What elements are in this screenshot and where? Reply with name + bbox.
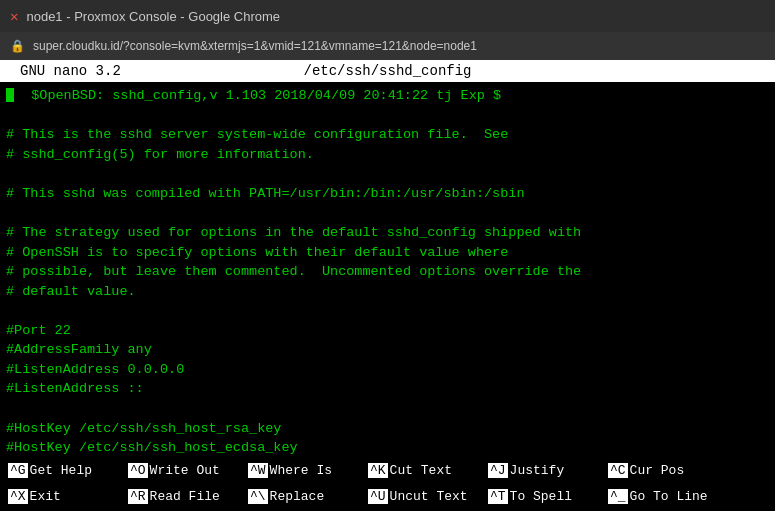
- shortcut-bar: ^G Get Help ^O Write Out ^W Where Is ^K …: [0, 455, 775, 511]
- label-read-file: Read File: [150, 489, 220, 504]
- shortcut-to-spell: ^T To Spell: [484, 489, 604, 504]
- terminal-line-blank3: [6, 203, 769, 223]
- terminal-line-8: # OpenSSH is to specify options with the…: [6, 243, 769, 263]
- key-where-is: ^W: [248, 463, 268, 478]
- label-cut-text: Cut Text: [390, 463, 452, 478]
- label-cur-pos: Cur Pos: [630, 463, 685, 478]
- terminal-line-14: #ListenAddress 0.0.0.0: [6, 360, 769, 380]
- key-cur-pos: ^C: [608, 463, 628, 478]
- shortcut-go-to-line: ^_ Go To Line: [604, 489, 724, 504]
- label-justify: Justify: [510, 463, 565, 478]
- key-replace: ^\: [248, 489, 268, 504]
- terminal-line-18: #HostKey /etc/ssh/ssh_host_ecdsa_key: [6, 438, 769, 455]
- terminal-line-blank4: [6, 301, 769, 321]
- key-get-help: ^G: [8, 463, 28, 478]
- terminal-line-10: # default value.: [6, 282, 769, 302]
- shortcut-uncut-text: ^U Uncut Text: [364, 489, 484, 504]
- key-justify: ^J: [488, 463, 508, 478]
- key-cut-text: ^K: [368, 463, 388, 478]
- label-exit: Exit: [30, 489, 61, 504]
- label-write-out: Write Out: [150, 463, 220, 478]
- label-replace: Replace: [270, 489, 325, 504]
- terminal-line-3: # sshd_config(5) for more information.: [6, 145, 769, 165]
- terminal-line-blank5: [6, 399, 769, 419]
- terminal-line-9: # possible, but leave them commented. Un…: [6, 262, 769, 282]
- key-uncut-text: ^U: [368, 489, 388, 504]
- terminal-line-17: #HostKey /etc/ssh/ssh_host_rsa_key: [6, 419, 769, 439]
- label-to-spell: To Spell: [510, 489, 572, 504]
- window-title: node1 - Proxmox Console - Google Chrome: [26, 9, 280, 24]
- shortcut-replace: ^\ Replace: [244, 489, 364, 504]
- terminal-line-13: #AddressFamily any: [6, 340, 769, 360]
- lock-icon: 🔒: [10, 39, 25, 54]
- terminal-line-blank1: [6, 106, 769, 126]
- shortcut-write-out: ^O Write Out: [124, 463, 244, 478]
- shortcut-justify: ^J Justify: [484, 463, 604, 478]
- terminal-line-1: $OpenBSD: sshd_config,v 1.103 2018/04/09…: [15, 88, 501, 103]
- terminal-line-7: # The strategy used for options in the d…: [6, 223, 769, 243]
- shortcut-read-file: ^R Read File: [124, 489, 244, 504]
- shortcut-cur-pos: ^C Cur Pos: [604, 463, 724, 478]
- terminal-line-12: #Port 22: [6, 321, 769, 341]
- nano-header: GNU nano 3.2 /etc/ssh/sshd_config: [0, 60, 775, 82]
- shortcut-row-2: ^X Exit ^R Read File ^\ Replace ^U Uncut…: [4, 483, 771, 509]
- terminal-line-15: #ListenAddress ::: [6, 379, 769, 399]
- shortcut-get-help: ^G Get Help: [4, 463, 124, 478]
- key-exit: ^X: [8, 489, 28, 504]
- terminal-area[interactable]: $OpenBSD: sshd_config,v 1.103 2018/04/09…: [0, 82, 775, 455]
- url-text: super.cloudku.id/?console=kvm&xtermjs=1&…: [33, 39, 477, 53]
- shortcut-where-is: ^W Where Is: [244, 463, 364, 478]
- shortcut-row-1: ^G Get Help ^O Write Out ^W Where Is ^K …: [4, 457, 771, 483]
- label-uncut-text: Uncut Text: [390, 489, 468, 504]
- nano-version: GNU nano 3.2: [20, 63, 121, 79]
- shortcut-cut-text: ^K Cut Text: [364, 463, 484, 478]
- shortcut-exit: ^X Exit: [4, 489, 124, 504]
- key-go-to-line: ^_: [608, 489, 628, 504]
- label-go-to-line: Go To Line: [630, 489, 708, 504]
- label-where-is: Where Is: [270, 463, 332, 478]
- terminal-line-cursor: $OpenBSD: sshd_config,v 1.103 2018/04/09…: [6, 86, 769, 106]
- title-bar: ✕ node1 - Proxmox Console - Google Chrom…: [0, 0, 775, 32]
- key-write-out: ^O: [128, 463, 148, 478]
- terminal-line-5: # This sshd was compiled with PATH=/usr/…: [6, 184, 769, 204]
- label-get-help: Get Help: [30, 463, 92, 478]
- terminal-line-blank2: [6, 164, 769, 184]
- nano-filename: /etc/ssh/sshd_config: [303, 63, 471, 79]
- terminal-line-2: # This is the sshd server system-wide co…: [6, 125, 769, 145]
- key-read-file: ^R: [128, 489, 148, 504]
- key-to-spell: ^T: [488, 489, 508, 504]
- address-bar: 🔒 super.cloudku.id/?console=kvm&xtermjs=…: [0, 32, 775, 60]
- close-icon: ✕: [10, 8, 18, 25]
